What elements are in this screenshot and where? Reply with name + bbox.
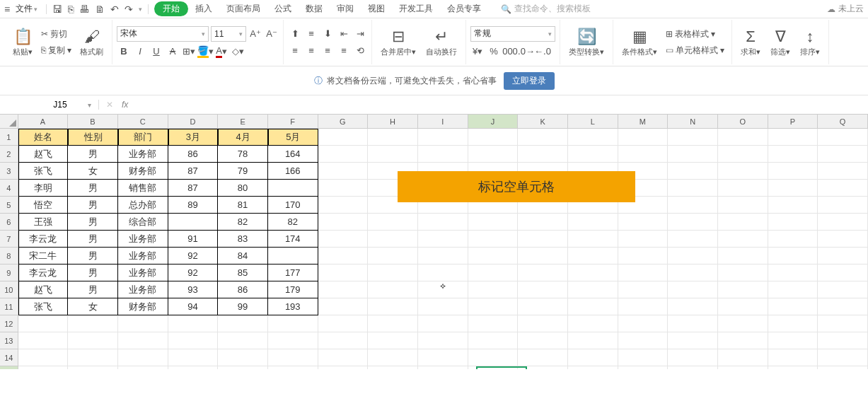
spreadsheet-grid[interactable]: A B C D E F G H I J K L M N O P Q 1姓名性别部… xyxy=(0,115,868,369)
cell[interactable] xyxy=(118,332,168,349)
cell[interactable] xyxy=(418,146,468,163)
cell[interactable] xyxy=(718,315,768,332)
row-header[interactable]: 6 xyxy=(0,214,18,231)
cut-button[interactable]: ✂剪切 xyxy=(38,27,74,42)
cell[interactable]: 男 xyxy=(68,146,118,163)
cell[interactable] xyxy=(318,248,369,265)
cell[interactable]: 82 xyxy=(268,214,318,231)
table-style-button[interactable]: ⊞表格样式▾ xyxy=(663,27,727,42)
align-left-icon[interactable]: ≡ xyxy=(288,44,302,58)
cell[interactable]: 男 xyxy=(68,248,118,265)
row-header[interactable]: 7 xyxy=(0,231,18,248)
cell[interactable] xyxy=(318,366,369,369)
cell[interactable]: 女 xyxy=(68,163,118,180)
decrease-font-icon[interactable]: A⁻ xyxy=(265,27,279,41)
cell[interactable] xyxy=(268,366,318,369)
cell[interactable]: 财务部 xyxy=(118,298,168,315)
cell[interactable]: 业务部 xyxy=(118,248,168,265)
cell[interactable] xyxy=(568,265,618,281)
thousands-icon[interactable]: 000 xyxy=(503,45,517,59)
paste-button[interactable]: 📋粘贴▾ xyxy=(8,28,37,57)
row-header[interactable]: 15 xyxy=(0,366,18,369)
cell[interactable] xyxy=(768,366,818,369)
cell[interactable] xyxy=(168,214,219,231)
cell[interactable]: 男 xyxy=(68,265,118,281)
cell[interactable] xyxy=(718,129,768,146)
cell[interactable]: 91 xyxy=(168,231,219,248)
cell[interactable] xyxy=(468,231,519,248)
cell[interactable] xyxy=(468,146,519,163)
login-button[interactable]: 立即登录 xyxy=(504,72,555,90)
undo-icon[interactable]: ↶ xyxy=(110,4,119,15)
cell[interactable] xyxy=(618,298,669,315)
cell[interactable] xyxy=(618,129,669,146)
cell[interactable]: 4月 xyxy=(218,129,268,146)
cell[interactable] xyxy=(418,231,468,248)
cell[interactable]: 王强 xyxy=(18,214,69,231)
cell[interactable] xyxy=(418,298,468,315)
cell[interactable] xyxy=(68,366,118,369)
cell[interactable]: 总办部 xyxy=(118,197,168,214)
row-header[interactable]: 2 xyxy=(0,146,18,163)
cell[interactable] xyxy=(368,231,418,248)
fill-color-button[interactable]: 🪣▾ xyxy=(198,45,212,59)
col-L[interactable]: L xyxy=(568,115,618,128)
cell[interactable] xyxy=(68,315,118,332)
cell[interactable] xyxy=(668,214,718,231)
cell[interactable] xyxy=(668,248,718,265)
col-E[interactable]: E xyxy=(218,115,268,128)
cell[interactable] xyxy=(318,197,369,214)
cell[interactable]: 193 xyxy=(268,298,318,315)
cell[interactable] xyxy=(768,332,818,349)
cell[interactable] xyxy=(518,349,568,366)
cell[interactable] xyxy=(618,248,669,265)
cell[interactable]: 男 xyxy=(68,281,118,298)
row-header[interactable]: 4 xyxy=(0,180,18,197)
cell-style-button[interactable]: ▭单元格样式▾ xyxy=(663,43,727,58)
cancel-icon[interactable]: ✕ xyxy=(106,100,113,110)
cell[interactable] xyxy=(518,315,568,332)
cell[interactable] xyxy=(618,281,669,298)
cell[interactable]: 177 xyxy=(268,265,318,281)
qat-dropdown-icon[interactable]: ▾ xyxy=(139,6,142,13)
row-header[interactable]: 11 xyxy=(0,298,18,315)
tab-view[interactable]: 视图 xyxy=(361,0,392,18)
cell[interactable] xyxy=(468,281,519,298)
tab-devtools[interactable]: 开发工具 xyxy=(392,0,440,18)
cell[interactable]: 78 xyxy=(218,146,268,163)
cell[interactable] xyxy=(518,298,568,315)
cell[interactable]: 姓名 xyxy=(18,129,69,146)
cell[interactable] xyxy=(418,248,468,265)
cell[interactable] xyxy=(468,129,519,146)
select-all-corner[interactable] xyxy=(0,115,18,128)
merge-button[interactable]: ⊟合并居中▾ xyxy=(376,28,420,57)
cell[interactable]: 宋二牛 xyxy=(18,248,69,265)
cell[interactable] xyxy=(368,265,418,281)
tab-layout[interactable]: 页面布局 xyxy=(219,0,267,18)
wrap-button[interactable]: ↵自动换行 xyxy=(422,28,461,57)
cell[interactable] xyxy=(568,129,618,146)
bold-button[interactable]: B xyxy=(117,45,131,59)
cell[interactable] xyxy=(168,315,219,332)
number-format-combo[interactable]: 常规▾ xyxy=(470,26,555,42)
row-header[interactable]: 10 xyxy=(0,281,18,298)
cell[interactable] xyxy=(668,146,718,163)
cell[interactable] xyxy=(468,214,519,231)
cell[interactable] xyxy=(18,366,69,369)
cell[interactable] xyxy=(768,349,818,366)
align-right-icon[interactable]: ≡ xyxy=(320,44,335,58)
redo-icon[interactable]: ↷ xyxy=(125,4,133,15)
col-K[interactable]: K xyxy=(518,115,568,128)
cell[interactable]: 83 xyxy=(218,231,268,248)
cell[interactable] xyxy=(668,180,718,197)
sum-button[interactable]: Σ求和▾ xyxy=(736,28,765,57)
cell[interactable]: 销售部 xyxy=(118,180,168,197)
cell[interactable]: 张飞 xyxy=(18,298,69,315)
cell[interactable] xyxy=(568,298,618,315)
cell[interactable]: 81 xyxy=(218,197,268,214)
cell[interactable] xyxy=(818,129,868,146)
cell[interactable] xyxy=(268,349,318,366)
cell[interactable] xyxy=(18,332,69,349)
cell[interactable]: 92 xyxy=(168,265,219,281)
cell[interactable] xyxy=(518,248,568,265)
